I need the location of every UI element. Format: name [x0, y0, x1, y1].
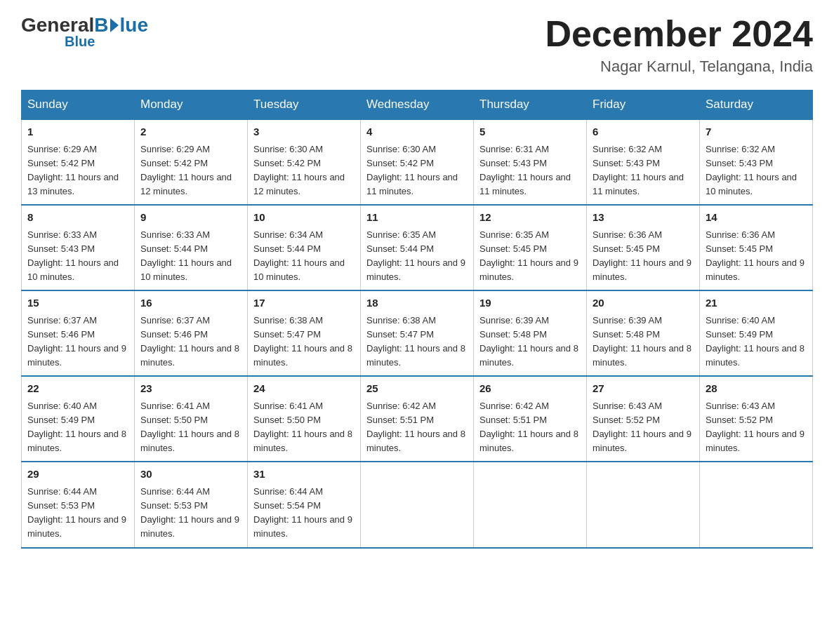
- day-info: Sunrise: 6:34 AMSunset: 5:44 PMDaylight:…: [253, 229, 345, 282]
- calendar-week-5: 29 Sunrise: 6:44 AMSunset: 5:53 PMDaylig…: [22, 462, 813, 547]
- day-info: Sunrise: 6:30 AMSunset: 5:42 PMDaylight:…: [366, 144, 458, 196]
- day-number: 8: [27, 210, 128, 226]
- title-section: December 2024 Nagar Karnul, Telangana, I…: [545, 14, 813, 76]
- calendar-cell: 18 Sunrise: 6:38 AMSunset: 5:47 PMDaylig…: [361, 290, 474, 376]
- calendar-cell: [474, 462, 587, 547]
- day-number: 10: [253, 210, 355, 226]
- calendar-cell: 19 Sunrise: 6:39 AMSunset: 5:48 PMDaylig…: [474, 290, 587, 376]
- day-number: 30: [140, 467, 241, 483]
- day-number: 29: [27, 467, 128, 483]
- calendar-week-2: 8 Sunrise: 6:33 AMSunset: 5:43 PMDayligh…: [22, 205, 813, 290]
- calendar-cell: 22 Sunrise: 6:40 AMSunset: 5:49 PMDaylig…: [22, 376, 135, 462]
- day-number: 4: [366, 124, 468, 140]
- day-number: 19: [479, 295, 581, 311]
- day-info: Sunrise: 6:36 AMSunset: 5:45 PMDaylight:…: [593, 229, 691, 282]
- day-number: 23: [140, 381, 241, 397]
- day-info: Sunrise: 6:37 AMSunset: 5:46 PMDaylight:…: [27, 315, 126, 368]
- calendar-cell: 31 Sunrise: 6:44 AMSunset: 5:54 PMDaylig…: [248, 462, 361, 547]
- calendar-cell: 17 Sunrise: 6:38 AMSunset: 5:47 PMDaylig…: [248, 290, 361, 376]
- day-info: Sunrise: 6:38 AMSunset: 5:47 PMDaylight:…: [366, 315, 465, 368]
- calendar-week-4: 22 Sunrise: 6:40 AMSunset: 5:49 PMDaylig…: [22, 376, 813, 462]
- day-info: Sunrise: 6:41 AMSunset: 5:50 PMDaylight:…: [253, 401, 352, 453]
- day-info: Sunrise: 6:42 AMSunset: 5:51 PMDaylight:…: [366, 401, 465, 453]
- day-number: 11: [366, 210, 468, 226]
- day-number: 7: [706, 124, 807, 140]
- calendar-cell: [700, 462, 813, 547]
- day-info: Sunrise: 6:32 AMSunset: 5:43 PMDaylight:…: [706, 144, 797, 196]
- calendar-cell: 4 Sunrise: 6:30 AMSunset: 5:42 PMDayligh…: [361, 119, 474, 205]
- day-info: Sunrise: 6:44 AMSunset: 5:53 PMDaylight:…: [140, 486, 239, 539]
- day-info: Sunrise: 6:30 AMSunset: 5:42 PMDaylight:…: [253, 144, 345, 196]
- header-tuesday: Tuesday: [248, 90, 361, 120]
- calendar-cell: 12 Sunrise: 6:35 AMSunset: 5:45 PMDaylig…: [474, 205, 587, 290]
- day-number: 9: [140, 210, 241, 226]
- logo-b-letter: B: [94, 14, 108, 36]
- day-info: Sunrise: 6:43 AMSunset: 5:52 PMDaylight:…: [593, 401, 691, 453]
- calendar-cell: 16 Sunrise: 6:37 AMSunset: 5:46 PMDaylig…: [135, 290, 248, 376]
- day-number: 2: [140, 124, 241, 140]
- day-info: Sunrise: 6:29 AMSunset: 5:42 PMDaylight:…: [27, 144, 119, 196]
- day-number: 15: [27, 295, 128, 311]
- logo-blue-part: B lue: [94, 14, 148, 36]
- day-number: 26: [479, 381, 581, 397]
- calendar-cell: 13 Sunrise: 6:36 AMSunset: 5:45 PMDaylig…: [587, 205, 700, 290]
- day-info: Sunrise: 6:32 AMSunset: 5:43 PMDaylight:…: [593, 144, 684, 196]
- calendar-cell: 9 Sunrise: 6:33 AMSunset: 5:44 PMDayligh…: [135, 205, 248, 290]
- calendar-cell: 23 Sunrise: 6:41 AMSunset: 5:50 PMDaylig…: [135, 376, 248, 462]
- header-friday: Friday: [587, 90, 700, 120]
- calendar-cell: 28 Sunrise: 6:43 AMSunset: 5:52 PMDaylig…: [700, 376, 813, 462]
- header-saturday: Saturday: [700, 90, 813, 120]
- calendar-week-3: 15 Sunrise: 6:37 AMSunset: 5:46 PMDaylig…: [22, 290, 813, 376]
- calendar-cell: 3 Sunrise: 6:30 AMSunset: 5:42 PMDayligh…: [248, 119, 361, 205]
- calendar-cell: 8 Sunrise: 6:33 AMSunset: 5:43 PMDayligh…: [22, 205, 135, 290]
- header-thursday: Thursday: [474, 90, 587, 120]
- day-number: 28: [706, 381, 807, 397]
- day-info: Sunrise: 6:35 AMSunset: 5:44 PMDaylight:…: [366, 229, 465, 282]
- calendar-cell: 27 Sunrise: 6:43 AMSunset: 5:52 PMDaylig…: [587, 376, 700, 462]
- day-info: Sunrise: 6:31 AMSunset: 5:43 PMDaylight:…: [479, 144, 571, 196]
- day-number: 27: [593, 381, 694, 397]
- calendar-cell: 6 Sunrise: 6:32 AMSunset: 5:43 PMDayligh…: [587, 119, 700, 205]
- header-sunday: Sunday: [22, 90, 135, 120]
- day-info: Sunrise: 6:44 AMSunset: 5:53 PMDaylight:…: [27, 486, 126, 539]
- day-info: Sunrise: 6:43 AMSunset: 5:52 PMDaylight:…: [706, 401, 805, 453]
- calendar-cell: 7 Sunrise: 6:32 AMSunset: 5:43 PMDayligh…: [700, 119, 813, 205]
- day-number: 13: [593, 210, 694, 226]
- day-number: 1: [27, 124, 128, 140]
- logo: General B lue Blue: [21, 14, 148, 50]
- day-number: 31: [253, 467, 355, 483]
- day-number: 14: [706, 210, 807, 226]
- day-number: 24: [253, 381, 355, 397]
- page-header: General B lue Blue December 2024 Nagar K…: [21, 14, 813, 76]
- day-info: Sunrise: 6:29 AMSunset: 5:42 PMDaylight:…: [140, 144, 232, 196]
- location-subtitle: Nagar Karnul, Telangana, India: [545, 58, 813, 76]
- header-monday: Monday: [135, 90, 248, 120]
- day-number: 22: [27, 381, 128, 397]
- calendar-cell: 11 Sunrise: 6:35 AMSunset: 5:44 PMDaylig…: [361, 205, 474, 290]
- calendar-cell: 15 Sunrise: 6:37 AMSunset: 5:46 PMDaylig…: [22, 290, 135, 376]
- day-number: 5: [479, 124, 581, 140]
- day-info: Sunrise: 6:33 AMSunset: 5:43 PMDaylight:…: [27, 229, 119, 282]
- day-number: 21: [706, 295, 807, 311]
- day-info: Sunrise: 6:40 AMSunset: 5:49 PMDaylight:…: [706, 315, 805, 368]
- calendar-cell: [587, 462, 700, 547]
- day-number: 17: [253, 295, 355, 311]
- calendar-cell: 21 Sunrise: 6:40 AMSunset: 5:49 PMDaylig…: [700, 290, 813, 376]
- calendar-week-1: 1 Sunrise: 6:29 AMSunset: 5:42 PMDayligh…: [22, 119, 813, 205]
- calendar-header-row: Sunday Monday Tuesday Wednesday Thursday…: [22, 90, 813, 120]
- calendar-cell: 5 Sunrise: 6:31 AMSunset: 5:43 PMDayligh…: [474, 119, 587, 205]
- calendar-cell: 20 Sunrise: 6:39 AMSunset: 5:48 PMDaylig…: [587, 290, 700, 376]
- calendar-cell: 10 Sunrise: 6:34 AMSunset: 5:44 PMDaylig…: [248, 205, 361, 290]
- day-info: Sunrise: 6:40 AMSunset: 5:49 PMDaylight:…: [27, 401, 126, 453]
- logo-lue-text: lue: [120, 14, 148, 36]
- day-info: Sunrise: 6:41 AMSunset: 5:50 PMDaylight:…: [140, 401, 239, 453]
- day-number: 18: [366, 295, 468, 311]
- month-title: December 2024: [545, 14, 813, 54]
- calendar-cell: 29 Sunrise: 6:44 AMSunset: 5:53 PMDaylig…: [22, 462, 135, 547]
- calendar-cell: 26 Sunrise: 6:42 AMSunset: 5:51 PMDaylig…: [474, 376, 587, 462]
- calendar-cell: 2 Sunrise: 6:29 AMSunset: 5:42 PMDayligh…: [135, 119, 248, 205]
- day-info: Sunrise: 6:44 AMSunset: 5:54 PMDaylight:…: [253, 486, 352, 539]
- day-number: 16: [140, 295, 241, 311]
- calendar-cell: 30 Sunrise: 6:44 AMSunset: 5:53 PMDaylig…: [135, 462, 248, 547]
- header-wednesday: Wednesday: [361, 90, 474, 120]
